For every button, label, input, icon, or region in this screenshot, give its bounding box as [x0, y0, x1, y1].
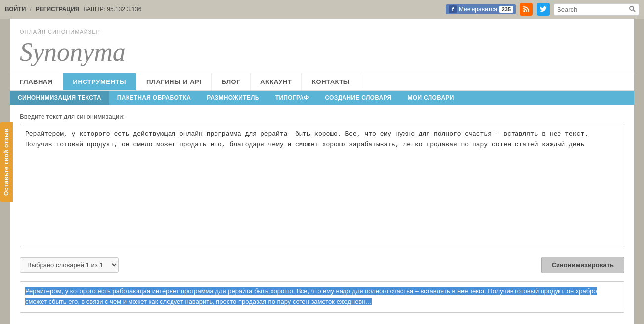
synonymize-button[interactable]: Синонимизировать	[541, 257, 624, 273]
subnav-synonymize[interactable]: СИНОНИМИЗАЦИЯ ТЕКСТА	[10, 91, 109, 105]
top-bar: ВОЙТИ / РЕГИСТРАЦИЯ ВАШ IP: 95.132.3.136…	[0, 0, 644, 19]
dictionary-select[interactable]: Выбрано словарей 1 из 1	[20, 257, 119, 273]
separator: /	[30, 6, 31, 13]
nav-item-account[interactable]: АККАУНТ	[251, 73, 302, 90]
subnav-typograph[interactable]: ТИПОГРАФ	[267, 91, 317, 105]
header: ОНЛАЙН СИНОНИМАЙЗЕР Synonyma	[10, 19, 634, 73]
result-area: Рерайтером, у которого есть работающая и…	[20, 281, 624, 313]
svg-point-1	[630, 6, 634, 10]
fb-count: 235	[499, 6, 513, 13]
nav-item-home[interactable]: ГЛАВНАЯ	[10, 73, 63, 90]
subnav-multiplier[interactable]: РАЗМНОЖИТЕЛЬ	[199, 91, 267, 105]
content-wrapper: ОНЛАЙН СИНОНИМАЙЗЕР Synonyma ГЛАВНАЯ ИНС…	[10, 19, 634, 324]
search-box[interactable]	[554, 3, 639, 16]
logo-subtitle: ОНЛАЙН СИНОНИМАЙЗЕР	[20, 29, 126, 35]
twitter-icon[interactable]	[537, 3, 550, 16]
rss-icon[interactable]	[520, 3, 533, 16]
logo-text: Synonyma	[20, 40, 126, 65]
svg-line-2	[634, 10, 636, 12]
register-link[interactable]: РЕГИСТРАЦИЯ	[36, 6, 80, 13]
feedback-tab[interactable]: Оставьте свой отзыв	[0, 122, 13, 202]
nav-item-plugins[interactable]: ПЛАГИНЫ И API	[136, 73, 212, 90]
text-input[interactable]	[20, 124, 624, 247]
subnav-batch[interactable]: ПАКЕТНАЯ ОБРАБОТКА	[109, 91, 199, 105]
nav-item-tools[interactable]: ИНСТРУМЕНТЫ	[63, 73, 136, 90]
svg-point-0	[523, 10, 525, 12]
fb-like-button[interactable]: f Мне нравится 235	[446, 4, 516, 14]
subnav-create-dict[interactable]: СОЗДАНИЕ СЛОВАРЯ	[317, 91, 399, 105]
input-label: Введите текст для синонимизации:	[20, 113, 624, 120]
search-input[interactable]	[557, 6, 626, 13]
fb-icon: f	[449, 5, 457, 13]
ip-display: ВАШ IP: 95.132.3.136	[83, 6, 141, 13]
login-link[interactable]: ВОЙТИ	[5, 6, 26, 13]
top-bar-right: f Мне нравится 235	[446, 3, 639, 16]
sub-nav: СИНОНИМИЗАЦИЯ ТЕКСТА ПАКЕТНАЯ ОБРАБОТКА …	[10, 91, 634, 105]
main-nav: ГЛАВНАЯ ИНСТРУМЕНТЫ ПЛАГИНЫ И API БЛОГ А…	[10, 73, 634, 91]
main-wrapper: ОНЛАЙН СИНОНИМАЙЗЕР Synonyma ГЛАВНАЯ ИНС…	[0, 19, 644, 324]
nav-item-contacts[interactable]: КОНТАКТЫ	[302, 73, 360, 90]
controls-row: Выбрано словарей 1 из 1 Синонимизировать	[20, 257, 624, 273]
subnav-my-dicts[interactable]: МОИ СЛОВАРИ	[400, 91, 462, 105]
result-text-highlighted: Рерайтером, у которого есть работающая и…	[25, 287, 597, 305]
content-area: Введите текст для синонимизации: Выбрано…	[10, 105, 634, 324]
search-icon[interactable]	[629, 5, 636, 14]
fb-like-label: Мне нравится	[459, 6, 497, 13]
logo-area: ОНЛАЙН СИНОНИМАЙЗЕР Synonyma	[20, 29, 126, 65]
nav-item-blog[interactable]: БЛОГ	[212, 73, 251, 90]
top-bar-left: ВОЙТИ / РЕГИСТРАЦИЯ ВАШ IP: 95.132.3.136	[5, 6, 141, 13]
